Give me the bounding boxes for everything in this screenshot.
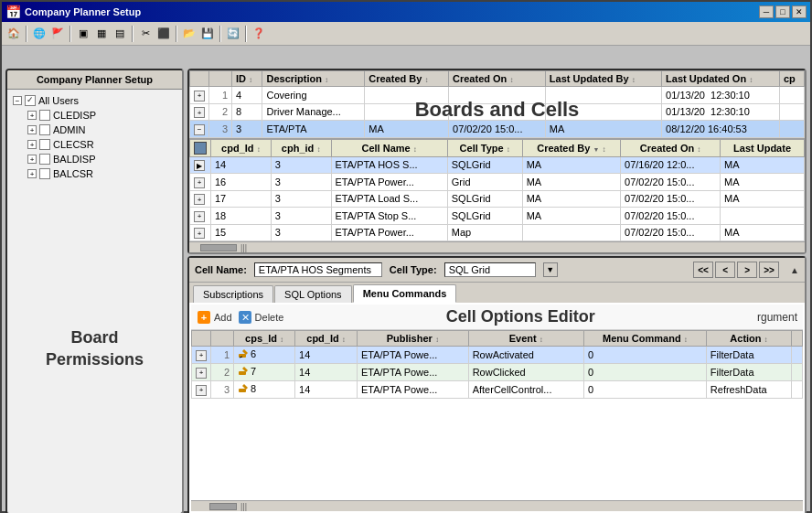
nav-next-button[interactable]: > [737, 262, 757, 278]
expand-icon-balcsr[interactable]: + [27, 169, 37, 178]
tree-item-balcsr[interactable]: + BALCSR [9, 166, 180, 181]
tree-item-cledisp[interactable]: + CLEDISP [9, 108, 180, 123]
editor-table-row[interactable]: + 1 6 14 ETA/PTA Powe [192, 347, 803, 364]
checkbox-balcsr[interactable] [39, 168, 50, 179]
expand-cell[interactable]: + [190, 87, 209, 104]
expand-icon-clecsr[interactable]: + [27, 140, 37, 149]
sub-th-created-on: Created On ↕ [621, 139, 721, 156]
table-row-selected[interactable]: − 3 3 ETA/PTA MA 07/02/20 15:0... MA 08/… [190, 121, 805, 138]
sub-cell-created-by [522, 224, 620, 241]
editor-table-row[interactable]: + 2 7 14 ETA/PTA Powe [192, 364, 803, 381]
sub-cell-name: ETA/PTA Power... [331, 174, 447, 191]
table-row[interactable]: + 2 8 Driver Manage... 01/13/20 12:30:10 [190, 103, 805, 121]
toolbar-icon-2[interactable]: ▦ [93, 26, 110, 42]
scrollbar-thumb[interactable] [200, 244, 237, 251]
collapse-icon[interactable]: ▲ [790, 265, 799, 275]
editor-cell-action: FilterData [706, 364, 791, 381]
cell-type-dropdown[interactable]: ▼ [543, 262, 558, 277]
toolbar-icon-3[interactable]: ▤ [112, 26, 128, 42]
sub-expand-cell[interactable]: + [190, 224, 211, 241]
tab-menu-commands[interactable]: Menu Commands [353, 284, 457, 303]
cell-type-value: SQL Grid [444, 262, 536, 277]
checkbox-cledisp[interactable] [39, 110, 50, 121]
editor-scroll-thumb[interactable] [209, 503, 237, 510]
editor-data-table: cps_Id ↕ cpd_Id ↕ Publisher ↕ Event ↕ Me… [191, 330, 803, 399]
th-description: Description ↕ [262, 71, 365, 87]
expand-icon-admin[interactable]: + [27, 125, 37, 134]
toolbar-icon-home[interactable]: 🏠 [5, 26, 22, 42]
sub-cell-last-update: MA [721, 156, 805, 174]
tree-item-clecsr[interactable]: + CLECSR [9, 137, 180, 152]
checkbox-clecsr[interactable] [39, 139, 50, 150]
bottom-section: Cell Name: ETA/PTA HOS Segments Cell Typ… [187, 256, 807, 513]
top-grid-scrollbar[interactable]: ||| [189, 241, 805, 252]
toolbar-icon-globe[interactable]: 🌐 [31, 26, 48, 42]
cell-last-updated-by [545, 87, 661, 104]
sub-cell-last-update: MA [721, 174, 805, 191]
sub-table-row[interactable]: + 17 3 ETA/PTA Load S... SQLGrid MA 07/0… [190, 190, 805, 208]
expand-cell[interactable]: − [190, 121, 209, 138]
nav-first-button[interactable]: << [693, 262, 713, 278]
tab-sql-options[interactable]: SQL Options [274, 285, 352, 303]
delete-icon: ✕ [238, 310, 252, 325]
cell-cp [779, 87, 804, 104]
editor-table-row[interactable]: + 3 8 14 ETA/PTA Powe [192, 381, 803, 399]
expand-icon-baldisp[interactable]: + [27, 155, 37, 164]
row-num: 2 [209, 103, 232, 121]
toolbar-icon-save[interactable]: 💾 [199, 26, 216, 42]
eth-extra [792, 331, 803, 347]
sub-expand-cell[interactable]: ▶ [190, 156, 211, 174]
editor-expand-cell[interactable]: + [192, 381, 211, 399]
sub-cell-cpd-id: 15 [211, 224, 272, 241]
toolbar-icon-flag[interactable]: 🚩 [49, 26, 66, 42]
tree-item-baldisp[interactable]: + BALDISP [9, 152, 180, 166]
sub-table-row[interactable]: ▶ 14 3 ETA/PTA HOS S... SQLGrid MA 07/16… [190, 156, 805, 174]
sub-expand-cell[interactable]: + [190, 208, 211, 225]
tab-subscriptions[interactable]: Subscriptions [193, 285, 273, 303]
sub-table-row[interactable]: + 15 3 ETA/PTA Power... Map 07/02/20 15:… [190, 224, 805, 241]
tree-item-admin[interactable]: + ADMIN [9, 123, 180, 137]
sub-expand-cell[interactable]: + [190, 190, 211, 208]
checkbox-allusers[interactable] [25, 95, 36, 106]
close-button[interactable]: ✕ [792, 5, 807, 18]
expand-icon-allusers[interactable]: − [13, 96, 22, 105]
editor-cell-publisher: ETA/PTA Powe... [357, 381, 468, 399]
editor-expand-cell[interactable]: + [192, 347, 211, 364]
toolbar-icon-help[interactable]: ❓ [251, 26, 267, 42]
th-last-updated-by: Last Updated By ↕ [545, 71, 661, 87]
toolbar-icon-refresh[interactable]: 🔄 [225, 26, 241, 42]
checkbox-baldisp[interactable] [39, 154, 50, 165]
delete-button[interactable]: ✕ Delete [238, 310, 284, 325]
table-row[interactable]: + 1 4 Covering 01/13/20 12:30:10 [190, 87, 805, 104]
th-row-num [209, 71, 232, 87]
editor-cell-menu-command: 0 [583, 381, 706, 399]
sub-cell-created-on: 07/02/20 15:0... [621, 208, 721, 225]
expand-cell[interactable]: + [190, 103, 209, 121]
svg-text:✕: ✕ [240, 312, 249, 323]
sub-table-row[interactable]: + 16 3 ETA/PTA Power... Grid MA 07/02/20… [190, 174, 805, 191]
toolbar-icon-4[interactable]: ✂ [137, 26, 154, 42]
sub-expand-cell[interactable]: + [190, 174, 211, 191]
sub-cell-type: SQLGrid [447, 156, 522, 174]
toolbar-icon-1[interactable]: ▣ [75, 26, 91, 42]
minimize-button[interactable]: ─ [759, 5, 774, 18]
expand-icon-cledisp[interactable]: + [27, 111, 37, 120]
eth-expand [192, 331, 211, 347]
content-area: Company Planner Setup − All Users + CLED… [2, 46, 810, 513]
nav-prev-button[interactable]: < [715, 262, 735, 278]
cell-options-title: Cell Options Editor [289, 307, 752, 326]
editor-expand-cell[interactable]: + [192, 364, 211, 381]
cell-id: 3 [232, 121, 262, 138]
toolbar-icon-6[interactable]: 📂 [181, 26, 198, 42]
svg-text:+: + [201, 312, 207, 323]
editor-scrollbar[interactable]: ||| [191, 500, 803, 511]
editor-table-container[interactable]: cps_Id ↕ cpd_Id ↕ Publisher ↕ Event ↕ Me… [191, 330, 803, 500]
toolbar-icon-5[interactable]: ⬛ [155, 26, 172, 42]
checkbox-admin[interactable] [39, 124, 50, 135]
cell-last-updated-on: 08/12/20 16:40:53 [662, 121, 780, 138]
tree-item-allusers[interactable]: − All Users [9, 93, 180, 108]
sub-table-row[interactable]: + 18 3 ETA/PTA Stop S... SQLGrid MA 07/0… [190, 208, 805, 225]
maximize-button[interactable]: □ [775, 5, 790, 18]
add-button[interactable]: + Add [197, 310, 232, 325]
nav-last-button[interactable]: >> [759, 262, 779, 278]
